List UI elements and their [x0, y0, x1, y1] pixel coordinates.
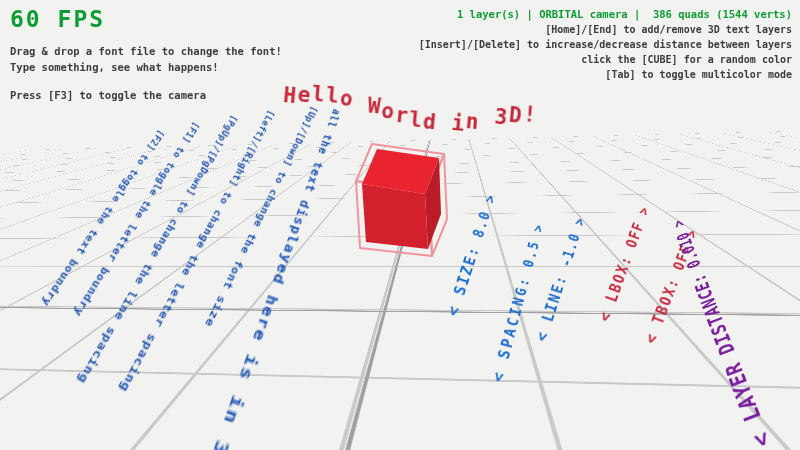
- hud-top-left: 60 FPS Drag & drop a font file to change…: [10, 8, 282, 103]
- hud-top-right: 1 layer(s) | ORBITAL camera | 386 quads …: [419, 7, 792, 82]
- app-window: Hello World in 3D! all the text displaye…: [0, 0, 800, 450]
- hint-multicolor: [Tab] to toggle multicolor mode: [419, 67, 792, 82]
- hint-drag-drop: Drag & drop a font file to change the fo…: [10, 43, 282, 59]
- fps-counter: 60 FPS: [10, 8, 282, 31]
- hint-layers: [Home]/[End] to add/remove 3D text layer…: [419, 22, 792, 37]
- cube-solid: [362, 149, 441, 249]
- cube[interactable]: [350, 135, 455, 260]
- hint-layer-distance: [Insert]/[Delete] to increase/decrease d…: [419, 37, 792, 52]
- hint-type-something: Type something, see what happens!: [10, 59, 282, 75]
- hint-toggle-camera: Press [F3] to toggle the camera: [10, 87, 282, 103]
- status-bar: 1 layer(s) | ORBITAL camera | 386 quads …: [419, 7, 792, 22]
- hint-cube-color: click the [CUBE] for a random color: [419, 52, 792, 67]
